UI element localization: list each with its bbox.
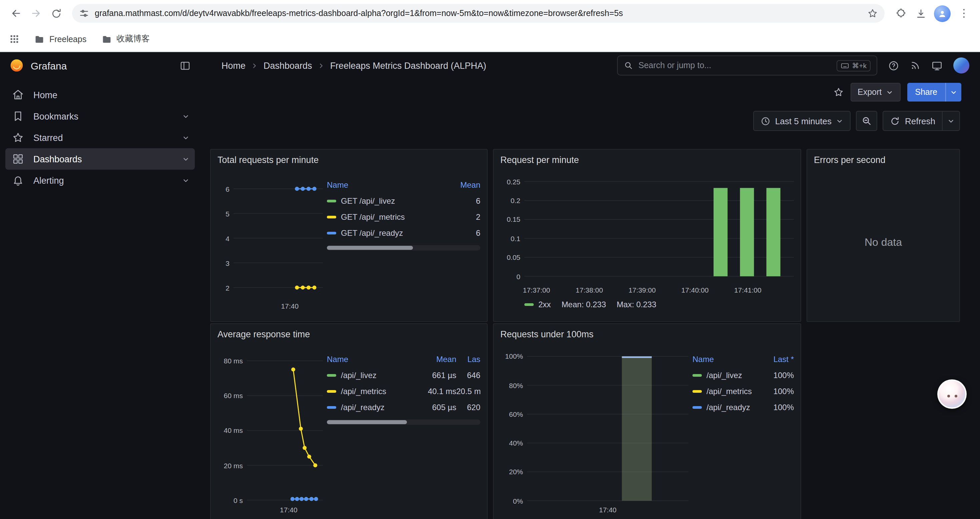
header-icons [888,57,969,73]
sidebar-item-alerting[interactable]: Alerting [5,170,195,191]
dock-sidebar-icon[interactable] [180,60,191,71]
clock-icon [760,116,770,126]
reload-button[interactable] [47,4,65,23]
chevron-down-icon [947,117,955,125]
zoom-out-button[interactable] [856,111,878,131]
legend-row[interactable]: GET /api/_metrics2 [327,209,480,225]
scrollbar-thumb[interactable] [327,420,407,424]
sidebar-item-dashboards[interactable]: Dashboards [5,148,195,170]
search-icon [624,61,633,70]
panel-request-per-minute: Request per minute 0.250.20.150.10.050 1… [493,149,801,322]
extensions-icon[interactable] [891,4,910,23]
legend-header: NameMeanLas [327,351,480,367]
legend-row[interactable]: /api/_livez661 µs646 [327,367,480,383]
legend-row[interactable]: /api/_readyz605 µs620 [327,399,480,415]
user-avatar[interactable] [953,57,969,73]
bookmarks-bar: Freeleaps 收藏博客 [0,27,980,52]
legend-row[interactable]: /api/_readyz100% [692,399,794,415]
x-axis-labels: 17:40 [247,504,323,516]
legend-scrollbar[interactable] [327,245,480,251]
sidebar-item-label: Bookmarks [33,111,78,121]
chevron-down-icon[interactable] [182,113,189,120]
monitor-icon[interactable] [931,60,943,71]
legend-table: NameLast */api/_livez100%/api/_metrics10… [692,351,794,415]
legend-row[interactable]: GET /api/_livez6 [327,193,480,209]
browser-toolbar: grafana.mathmast.com/d/deytv4rwavabkb/fr… [0,0,980,27]
y-axis-labels: 100%80%60%40%20%0% [500,343,527,504]
panel-title[interactable]: Requests under 100ms [500,329,794,339]
breadcrumb-dashboards[interactable]: Dashboards [264,61,312,70]
panel-title[interactable]: Total requests per minute [218,155,480,165]
keyboard-shortcut-badge: ⌘+k [837,60,870,71]
panel-title[interactable]: Average response time [218,329,480,339]
chevron-down-icon[interactable] [182,155,189,163]
export-label: Export [858,88,881,97]
requests-under-100ms-plot[interactable] [527,343,689,504]
news-rss-icon[interactable] [910,60,921,71]
downloads-icon[interactable] [911,4,930,23]
puzzle-icon [895,8,906,19]
x-axis-labels: 17:37:0017:38:0017:39:0017:40:0017:41:00 [524,284,794,296]
legend-series-2xx[interactable]: 2xx [524,300,551,309]
browser-menu-icon[interactable]: ⋮ [955,4,973,23]
legend-scrollbar[interactable] [327,420,480,425]
sidebar-item-home[interactable]: Home [5,84,195,105]
star-icon [12,132,25,144]
share-button[interactable]: Share [907,83,945,102]
apps-grid-icon[interactable] [10,34,19,44]
sidebar-item-label: Home [33,90,57,100]
legend-row[interactable]: /api/_livez100% [692,367,794,383]
sidebar-item-label: Starred [33,133,63,143]
refresh-interval-button[interactable] [943,111,960,131]
time-range-picker[interactable]: Last 5 minutes [753,111,851,131]
sidebar: Grafana Home Bookmarks Starred [0,52,200,519]
grafana-logo[interactable] [10,58,24,73]
bell-icon [12,174,25,186]
refresh-button[interactable]: Refresh [883,111,943,131]
forward-button[interactable] [27,4,45,23]
panel-title[interactable]: Errors per second [814,155,953,165]
sidebar-item-starred[interactable]: Starred [5,127,195,148]
legend-row[interactable]: /api/_metrics100% [692,383,794,399]
legend-row[interactable]: GET /api/_readyz6 [327,225,480,241]
bookmark-star-icon[interactable] [867,8,878,19]
help-icon[interactable] [888,60,899,71]
legend-block: NameMeanLas/api/_livez661 µs646/api/_met… [327,351,480,519]
chevron-right-icon [251,62,258,69]
bookmark-folder-blog[interactable]: 收藏博客 [101,34,150,45]
share-menu-button[interactable] [945,83,961,102]
panel-total-requests: Total requests per minute 65432 17:40 Na… [210,149,488,322]
back-button[interactable] [7,4,25,23]
sidebar-item-bookmarks[interactable]: Bookmarks [5,105,195,127]
avg-response-time-plot[interactable] [247,343,323,504]
scrollbar-thumb[interactable] [327,246,413,250]
legend-header: NameMean [327,177,480,193]
export-button[interactable]: Export [850,83,900,102]
search-placeholder: Search or jump to... [638,61,831,70]
legend-header: NameLast * [692,351,794,367]
chevron-down-icon[interactable] [182,134,189,141]
folder-icon [101,34,112,45]
total-requests-plot[interactable] [234,169,323,300]
site-settings-icon[interactable] [79,8,89,19]
address-bar[interactable]: grafana.mathmast.com/d/deytv4rwavabkb/fr… [72,4,885,23]
bookmark-folder-freeleaps[interactable]: Freeleaps [34,34,86,45]
chevron-down-icon [836,117,843,125]
sidebar-header: Grafana [0,52,200,79]
browser-profile-avatar[interactable] [934,5,951,22]
request-per-minute-plot[interactable] [524,169,794,284]
floating-assistant-avatar[interactable] [937,379,967,409]
dashboard-grid: Total requests per minute 65432 17:40 Na… [200,136,980,519]
search-input[interactable]: Search or jump to... ⌘+k [617,56,877,75]
chevron-down-icon [950,88,957,96]
main-area: Home Dashboards Freeleaps Metrics Dashbo… [200,52,980,519]
breadcrumb-home[interactable]: Home [221,61,245,70]
time-controls: Last 5 minutes Refresh [200,105,980,136]
share-split-button: Share [907,83,961,102]
panel-average-response-time: Average response time 80 ms60 ms40 ms20 … [210,323,488,519]
favorite-star-icon[interactable] [833,87,843,97]
chevron-down-icon[interactable] [182,177,189,184]
panel-title[interactable]: Request per minute [500,155,794,165]
grafana-app: Grafana Home Bookmarks Starred [0,52,980,519]
legend-row[interactable]: /api/_metrics40.1 ms20.5 m [327,383,480,399]
